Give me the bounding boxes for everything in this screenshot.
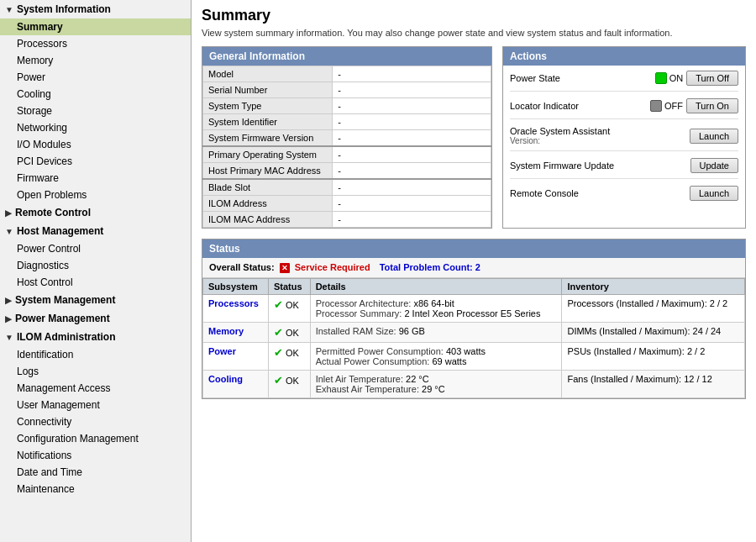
- chevron-icon: ▶: [5, 208, 12, 218]
- service-required-text: Service Required: [295, 262, 370, 272]
- turn-on-button[interactable]: Turn On: [686, 98, 738, 113]
- actions-panel: Actions Power State ON Turn Off Locator: [502, 46, 746, 229]
- sidebar-item-maintenance[interactable]: Maintenance: [0, 481, 191, 497]
- sidebar-item-networking[interactable]: Networking: [0, 119, 191, 136]
- sidebar-item-open-problems[interactable]: Open Problems: [0, 187, 191, 203]
- power-state-controls: ON Turn Off: [655, 71, 738, 86]
- status-inventory: Fans (Installed / Maximum): 12 / 12: [562, 371, 745, 398]
- sidebar-item-pci-devices[interactable]: PCI Devices: [0, 153, 191, 170]
- sidebar-item-date-and-time[interactable]: Date and Time: [0, 464, 191, 481]
- overall-status-label: Overall Status:: [209, 262, 275, 272]
- led-green-icon: [655, 72, 667, 84]
- status-row: Processors✔ OKProcessor Architecture: x8…: [203, 295, 745, 323]
- gen-info-label: Primary Operating System: [203, 146, 333, 163]
- gen-info-value: -: [333, 98, 491, 114]
- error-icon: ✕: [280, 263, 290, 273]
- sidebar-item-notifications[interactable]: Notifications: [0, 447, 191, 464]
- chevron-icon: ▼: [5, 333, 13, 342]
- status-section: Status Overall Status: ✕ Service Require…: [202, 239, 746, 399]
- oracle-launch-button[interactable]: Launch: [690, 129, 738, 144]
- chevron-icon: ▼: [5, 227, 13, 236]
- status-details: Installed RAM Size: 96 GB: [310, 323, 562, 343]
- sidebar-item-firmware[interactable]: Firmware: [0, 170, 191, 187]
- sidebar-item-summary[interactable]: Summary: [0, 18, 191, 35]
- firmware-row: System Firmware Update Update: [510, 158, 738, 179]
- general-info-header: General Information: [202, 47, 491, 66]
- gen-info-label: Serial Number: [203, 82, 333, 98]
- chevron-icon: ▶: [5, 314, 12, 324]
- sidebar-item-configuration-management[interactable]: Configuration Management: [0, 430, 191, 447]
- sidebar-section-host-management[interactable]: ▼Host Management: [0, 222, 191, 240]
- firmware-label: System Firmware Update: [510, 160, 690, 171]
- sidebar-item-power[interactable]: Power: [0, 69, 191, 86]
- status-inventory: PSUs (Installed / Maximum): 2 / 2: [562, 343, 745, 371]
- status-ok: ✔ OK: [268, 343, 310, 371]
- oracle-controls: Launch: [690, 129, 738, 144]
- status-overall: Overall Status: ✕ Service Required Total…: [202, 258, 745, 278]
- sidebar-section-label: Host Management: [17, 225, 103, 237]
- gen-info-value: -: [333, 163, 491, 180]
- locator-off-text: OFF: [664, 101, 683, 111]
- status-ok: ✔ OK: [268, 323, 310, 343]
- power-state-row: Power State ON Turn Off: [510, 71, 738, 92]
- sidebar-section-system-information[interactable]: ▼System Information: [0, 0, 191, 18]
- sidebar-item-diagnostics[interactable]: Diagnostics: [0, 257, 191, 274]
- locator-label: Locator Indicator: [510, 101, 650, 111]
- sidebar-section-remote-control[interactable]: ▶Remote Control: [0, 203, 191, 222]
- actions-header: Actions: [503, 47, 745, 66]
- status-inventory: DIMMs (Installed / Maximum): 24 / 24: [562, 323, 745, 343]
- status-ok: ✔ OK: [268, 295, 310, 323]
- subsystem-name: Memory: [203, 323, 269, 343]
- sidebar-item-user-management[interactable]: User Management: [0, 397, 191, 413]
- subsystem-name: Processors: [203, 295, 269, 323]
- sidebar-item-memory[interactable]: Memory: [0, 52, 191, 69]
- status-details: Inlet Air Temperature: 22 °CExhaust Air …: [310, 371, 562, 398]
- actions-content: Power State ON Turn Off Locator Indicato…: [503, 66, 745, 211]
- status-col-header: Subsystem: [203, 279, 269, 295]
- update-button[interactable]: Update: [690, 158, 738, 173]
- sidebar-item-management-access[interactable]: Management Access: [0, 380, 191, 397]
- status-row: Cooling✔ OKInlet Air Temperature: 22 °CE…: [203, 371, 745, 398]
- sidebar-section-power-management[interactable]: ▶Power Management: [0, 309, 191, 328]
- locator-off-indicator: OFF: [650, 100, 683, 112]
- page-description: View system summary information. You may…: [202, 28, 746, 38]
- sidebar-item-processors[interactable]: Processors: [0, 35, 191, 52]
- main-content: Summary View system summary information.…: [192, 0, 756, 542]
- sidebar-section-label: Power Management: [15, 313, 110, 324]
- sidebar-item-cooling[interactable]: Cooling: [0, 86, 191, 103]
- sidebar-item-identification[interactable]: Identification: [0, 346, 191, 363]
- sidebar-item-host-control[interactable]: Host Control: [0, 274, 191, 291]
- led-gray-icon: [650, 100, 662, 112]
- gen-info-value: -: [333, 179, 491, 196]
- turn-off-button[interactable]: Turn Off: [686, 71, 738, 86]
- sidebar-section-label: System Management: [15, 294, 115, 306]
- subsystem-name: Power: [203, 343, 269, 371]
- remote-launch-button[interactable]: Launch: [690, 186, 738, 201]
- gen-info-value: -: [333, 146, 491, 163]
- gen-info-value: -: [333, 82, 491, 98]
- sidebar-item-logs[interactable]: Logs: [0, 363, 191, 380]
- sidebar-item-i/o-modules[interactable]: I/O Modules: [0, 136, 191, 153]
- general-info-table: Model-Serial Number-System Type-System I…: [202, 66, 491, 228]
- gen-info-value: -: [333, 212, 491, 228]
- sidebar-item-connectivity[interactable]: Connectivity: [0, 413, 191, 430]
- chevron-icon: ▶: [5, 296, 12, 305]
- power-on-indicator: ON: [655, 72, 684, 84]
- locator-controls: OFF Turn On: [650, 98, 738, 113]
- gen-info-label: System Firmware Version: [203, 130, 333, 147]
- gen-info-label: Model: [203, 66, 333, 82]
- locator-row: Locator Indicator OFF Turn On: [510, 98, 738, 119]
- page-title: Summary: [202, 7, 746, 24]
- sidebar-section-label: System Information: [17, 3, 111, 15]
- sidebar-item-storage[interactable]: Storage: [0, 103, 191, 119]
- firmware-controls: Update: [690, 158, 738, 173]
- sidebar-item-power-control[interactable]: Power Control: [0, 240, 191, 257]
- status-col-header: Inventory: [562, 279, 745, 295]
- sidebar-section-system-management[interactable]: ▶System Management: [0, 291, 191, 309]
- sidebar-section-ilom-administration[interactable]: ▼ILOM Administration: [0, 328, 191, 346]
- gen-info-label: Blade Slot: [203, 179, 333, 196]
- remote-row: Remote Console Launch: [510, 186, 738, 206]
- status-row: Memory✔ OKInstalled RAM Size: 96 GBDIMMs…: [203, 323, 745, 343]
- gen-info-label: Host Primary MAC Address: [203, 163, 333, 180]
- total-count-text: Total Problem Count: 2: [380, 262, 480, 272]
